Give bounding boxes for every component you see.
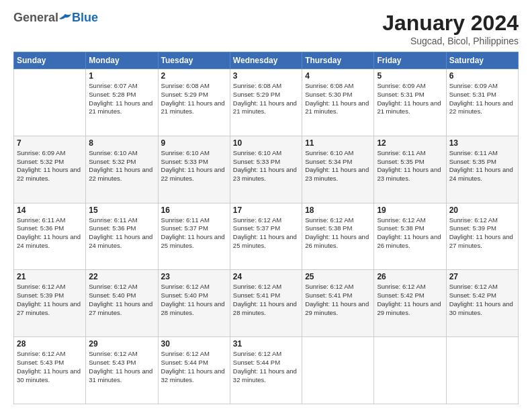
table-row: 7Sunrise: 6:09 AM Sunset: 5:32 PM Daylig… bbox=[14, 136, 86, 203]
table-row: 26Sunrise: 6:12 AM Sunset: 5:42 PM Dayli… bbox=[374, 270, 446, 337]
day-number: 30 bbox=[161, 339, 227, 349]
table-row: 5Sunrise: 6:09 AM Sunset: 5:31 PM Daylig… bbox=[374, 69, 446, 136]
day-info: Sunrise: 6:08 AM Sunset: 5:29 PM Dayligh… bbox=[233, 82, 299, 116]
table-row: 29Sunrise: 6:12 AM Sunset: 5:43 PM Dayli… bbox=[86, 337, 158, 404]
table-row: 2Sunrise: 6:08 AM Sunset: 5:29 PM Daylig… bbox=[158, 69, 230, 136]
logo-blue: Blue bbox=[72, 11, 98, 25]
table-row: 16Sunrise: 6:11 AM Sunset: 5:37 PM Dayli… bbox=[158, 203, 230, 270]
table-row: 6Sunrise: 6:09 AM Sunset: 5:31 PM Daylig… bbox=[446, 69, 518, 136]
day-number: 2 bbox=[161, 71, 227, 81]
table-row bbox=[446, 337, 518, 404]
col-friday: Friday bbox=[374, 52, 446, 69]
day-info: Sunrise: 6:11 AM Sunset: 5:37 PM Dayligh… bbox=[161, 216, 227, 250]
day-number: 26 bbox=[377, 272, 443, 281]
day-info: Sunrise: 6:12 AM Sunset: 5:41 PM Dayligh… bbox=[305, 283, 371, 317]
day-number: 3 bbox=[233, 71, 299, 81]
day-number: 28 bbox=[17, 339, 83, 349]
day-number: 8 bbox=[89, 138, 154, 148]
day-number: 1 bbox=[89, 71, 154, 81]
day-number: 6 bbox=[449, 71, 515, 81]
day-info: Sunrise: 6:12 AM Sunset: 5:40 PM Dayligh… bbox=[89, 283, 154, 317]
day-number: 27 bbox=[449, 272, 515, 281]
logo-text: General Blue bbox=[13, 11, 98, 25]
table-row: 15Sunrise: 6:11 AM Sunset: 5:36 PM Dayli… bbox=[86, 203, 158, 270]
logo: General Blue bbox=[13, 11, 98, 25]
day-info: Sunrise: 6:08 AM Sunset: 5:29 PM Dayligh… bbox=[161, 82, 227, 116]
day-info: Sunrise: 6:12 AM Sunset: 5:44 PM Dayligh… bbox=[161, 350, 227, 384]
table-row: 18Sunrise: 6:12 AM Sunset: 5:38 PM Dayli… bbox=[302, 203, 374, 270]
calendar-week-row: 21Sunrise: 6:12 AM Sunset: 5:39 PM Dayli… bbox=[14, 270, 519, 337]
day-number: 21 bbox=[17, 272, 83, 281]
day-number: 9 bbox=[161, 138, 227, 148]
day-number: 4 bbox=[305, 71, 371, 81]
calendar-week-row: 14Sunrise: 6:11 AM Sunset: 5:36 PM Dayli… bbox=[14, 203, 519, 270]
day-info: Sunrise: 6:12 AM Sunset: 5:41 PM Dayligh… bbox=[233, 283, 299, 317]
day-number: 25 bbox=[305, 272, 371, 281]
day-info: Sunrise: 6:12 AM Sunset: 5:42 PM Dayligh… bbox=[449, 283, 515, 317]
calendar-week-row: 7Sunrise: 6:09 AM Sunset: 5:32 PM Daylig… bbox=[14, 136, 519, 203]
day-number: 22 bbox=[89, 272, 154, 281]
day-number: 14 bbox=[17, 205, 83, 215]
day-number: 19 bbox=[377, 205, 443, 215]
day-info: Sunrise: 6:12 AM Sunset: 5:39 PM Dayligh… bbox=[17, 283, 83, 317]
table-row: 8Sunrise: 6:10 AM Sunset: 5:32 PM Daylig… bbox=[86, 136, 158, 203]
day-info: Sunrise: 6:09 AM Sunset: 5:31 PM Dayligh… bbox=[377, 82, 443, 116]
header: General Blue January 2024 Sugcad, Bicol,… bbox=[13, 11, 519, 46]
table-row: 12Sunrise: 6:11 AM Sunset: 5:35 PM Dayli… bbox=[374, 136, 446, 203]
day-info: Sunrise: 6:09 AM Sunset: 5:31 PM Dayligh… bbox=[449, 82, 515, 116]
table-row bbox=[374, 337, 446, 404]
day-info: Sunrise: 6:12 AM Sunset: 5:40 PM Dayligh… bbox=[161, 283, 227, 317]
table-row: 10Sunrise: 6:10 AM Sunset: 5:33 PM Dayli… bbox=[230, 136, 302, 203]
day-info: Sunrise: 6:07 AM Sunset: 5:28 PM Dayligh… bbox=[89, 82, 154, 116]
table-row: 30Sunrise: 6:12 AM Sunset: 5:44 PM Dayli… bbox=[158, 337, 230, 404]
table-row: 1Sunrise: 6:07 AM Sunset: 5:28 PM Daylig… bbox=[86, 69, 158, 136]
day-info: Sunrise: 6:12 AM Sunset: 5:44 PM Dayligh… bbox=[233, 350, 299, 384]
day-info: Sunrise: 6:12 AM Sunset: 5:37 PM Dayligh… bbox=[233, 216, 299, 250]
table-row bbox=[302, 337, 374, 404]
table-row: 25Sunrise: 6:12 AM Sunset: 5:41 PM Dayli… bbox=[302, 270, 374, 337]
day-info: Sunrise: 6:12 AM Sunset: 5:38 PM Dayligh… bbox=[305, 216, 371, 250]
day-number: 20 bbox=[449, 205, 515, 215]
day-number: 10 bbox=[233, 138, 299, 148]
table-row: 19Sunrise: 6:12 AM Sunset: 5:38 PM Dayli… bbox=[374, 203, 446, 270]
day-number: 23 bbox=[161, 272, 227, 281]
table-row: 11Sunrise: 6:10 AM Sunset: 5:34 PM Dayli… bbox=[302, 136, 374, 203]
day-number: 13 bbox=[449, 138, 515, 148]
table-row: 21Sunrise: 6:12 AM Sunset: 5:39 PM Dayli… bbox=[14, 270, 86, 337]
day-info: Sunrise: 6:11 AM Sunset: 5:35 PM Dayligh… bbox=[449, 149, 515, 183]
day-number: 16 bbox=[161, 205, 227, 215]
table-row: 13Sunrise: 6:11 AM Sunset: 5:35 PM Dayli… bbox=[446, 136, 518, 203]
day-number: 15 bbox=[89, 205, 154, 215]
subtitle: Sugcad, Bicol, Philippines bbox=[382, 36, 519, 46]
logo-general: General bbox=[13, 11, 58, 25]
day-number: 12 bbox=[377, 138, 443, 148]
table-row: 27Sunrise: 6:12 AM Sunset: 5:42 PM Dayli… bbox=[446, 270, 518, 337]
table-row: 9Sunrise: 6:10 AM Sunset: 5:33 PM Daylig… bbox=[158, 136, 230, 203]
table-row: 4Sunrise: 6:08 AM Sunset: 5:30 PM Daylig… bbox=[302, 69, 374, 136]
table-row: 23Sunrise: 6:12 AM Sunset: 5:40 PM Dayli… bbox=[158, 270, 230, 337]
title-block: January 2024 Sugcad, Bicol, Philippines bbox=[382, 11, 519, 46]
day-number: 5 bbox=[377, 71, 443, 81]
calendar-table: Sunday Monday Tuesday Wednesday Thursday… bbox=[13, 52, 519, 404]
table-row: 3Sunrise: 6:08 AM Sunset: 5:29 PM Daylig… bbox=[230, 69, 302, 136]
day-info: Sunrise: 6:12 AM Sunset: 5:38 PM Dayligh… bbox=[377, 216, 443, 250]
calendar-week-row: 1Sunrise: 6:07 AM Sunset: 5:28 PM Daylig… bbox=[14, 69, 519, 136]
table-row: 20Sunrise: 6:12 AM Sunset: 5:39 PM Dayli… bbox=[446, 203, 518, 270]
day-info: Sunrise: 6:09 AM Sunset: 5:32 PM Dayligh… bbox=[17, 149, 83, 183]
page: General Blue January 2024 Sugcad, Bicol,… bbox=[0, 0, 532, 411]
day-info: Sunrise: 6:11 AM Sunset: 5:36 PM Dayligh… bbox=[17, 216, 83, 250]
col-thursday: Thursday bbox=[302, 52, 374, 69]
table-row: 31Sunrise: 6:12 AM Sunset: 5:44 PM Dayli… bbox=[230, 337, 302, 404]
day-info: Sunrise: 6:10 AM Sunset: 5:33 PM Dayligh… bbox=[233, 149, 299, 183]
day-number: 7 bbox=[17, 138, 83, 148]
table-row: 14Sunrise: 6:11 AM Sunset: 5:36 PM Dayli… bbox=[14, 203, 86, 270]
col-saturday: Saturday bbox=[446, 52, 518, 69]
col-sunday: Sunday bbox=[14, 52, 86, 69]
day-number: 18 bbox=[305, 205, 371, 215]
table-row: 24Sunrise: 6:12 AM Sunset: 5:41 PM Dayli… bbox=[230, 270, 302, 337]
day-number: 31 bbox=[233, 339, 299, 349]
day-info: Sunrise: 6:10 AM Sunset: 5:33 PM Dayligh… bbox=[161, 149, 227, 183]
calendar-week-row: 28Sunrise: 6:12 AM Sunset: 5:43 PM Dayli… bbox=[14, 337, 519, 404]
table-row bbox=[14, 69, 86, 136]
day-info: Sunrise: 6:12 AM Sunset: 5:39 PM Dayligh… bbox=[449, 216, 515, 250]
